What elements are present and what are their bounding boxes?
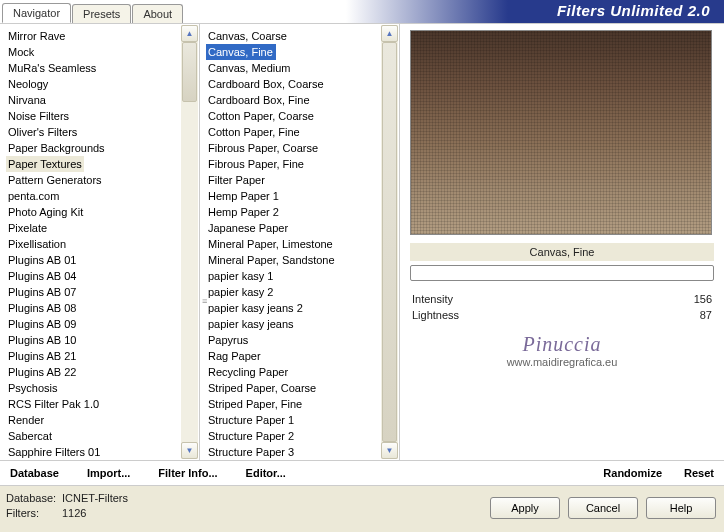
list-item[interactable]: Plugins AB 21 <box>6 348 199 364</box>
list-item[interactable]: Canvas, Medium <box>206 60 399 76</box>
db-value: ICNET-Filters <box>62 492 128 504</box>
filters-count-label: Filters: <box>6 506 62 521</box>
help-button[interactable]: Help <box>646 497 716 519</box>
database-button[interactable]: Database <box>10 467 59 479</box>
list-item[interactable]: Paper Textures <box>6 156 84 172</box>
list-item[interactable]: Structure Paper 1 <box>206 412 399 428</box>
list-item[interactable]: Plugins AB 04 <box>6 268 199 284</box>
footer-info: Database:ICNET-Filters Filters:1126 <box>6 491 128 521</box>
list-item[interactable]: Render <box>6 412 199 428</box>
list-item[interactable]: RCS Filter Pak 1.0 <box>6 396 199 412</box>
list-item[interactable]: Nirvana <box>6 92 199 108</box>
scroll-thumb[interactable] <box>382 42 397 442</box>
list-item[interactable]: penta.com <box>6 188 199 204</box>
list-item[interactable]: Recycling Paper <box>206 364 399 380</box>
list-item[interactable]: papier kasy jeans <box>206 316 399 332</box>
list-item[interactable]: Noise Filters <box>6 108 199 124</box>
param-lightness-label: Lightness <box>412 309 459 321</box>
list-item[interactable]: Fibrous Paper, Coarse <box>206 140 399 156</box>
scroll-down-icon[interactable]: ▼ <box>381 442 398 459</box>
list-item[interactable]: Pixelate <box>6 220 199 236</box>
param-lightness-value: 87 <box>700 309 712 321</box>
list-item[interactable]: Sapphire Filters 01 <box>6 444 199 460</box>
list-item[interactable]: Pixellisation <box>6 236 199 252</box>
list-item[interactable]: papier kasy 1 <box>206 268 399 284</box>
filter-list[interactable]: Canvas, CoarseCanvas, FineCanvas, Medium… <box>200 24 399 460</box>
watermark-url: www.maidiregrafica.eu <box>410 356 714 368</box>
progress-bar <box>410 265 714 281</box>
list-item[interactable]: Structure Paper 3 <box>206 444 399 460</box>
filter-info-button[interactable]: Filter Info... <box>158 467 217 479</box>
list-item[interactable]: Mineral Paper, Limestone <box>206 236 399 252</box>
list-item[interactable]: Hemp Paper 1 <box>206 188 399 204</box>
list-item[interactable]: Papyrus <box>206 332 399 348</box>
list-item[interactable]: Cardboard Box, Fine <box>206 92 399 108</box>
tab-bar: Navigator Presets About <box>0 0 184 23</box>
randomize-button[interactable]: Randomize <box>603 467 662 479</box>
category-list[interactable]: Mirror RaveMockMuRa's SeamlessNeologyNir… <box>0 24 199 460</box>
filter-scrollbar[interactable]: ▲ ▼ <box>381 25 398 459</box>
list-item[interactable]: Filter Paper <box>206 172 399 188</box>
list-item[interactable]: Neology <box>6 76 199 92</box>
list-item[interactable]: Mineral Paper, Sandstone <box>206 252 399 268</box>
tab-navigator[interactable]: Navigator <box>2 3 71 23</box>
list-item[interactable]: Plugins AB 09 <box>6 316 199 332</box>
preview-canvas <box>410 30 712 235</box>
list-item[interactable]: Paper Backgrounds <box>6 140 199 156</box>
list-item[interactable]: Psychosis <box>6 380 199 396</box>
list-item[interactable]: Cotton Paper, Fine <box>206 124 399 140</box>
scroll-up-icon[interactable]: ▲ <box>181 25 198 42</box>
editor-button[interactable]: Editor... <box>246 467 286 479</box>
filters-count-value: 1126 <box>62 507 86 519</box>
list-item[interactable]: Photo Aging Kit <box>6 204 199 220</box>
scroll-down-icon[interactable]: ▼ <box>181 442 198 459</box>
list-item[interactable]: Plugins AB 10 <box>6 332 199 348</box>
scroll-up-icon[interactable]: ▲ <box>381 25 398 42</box>
list-item[interactable]: Cotton Paper, Coarse <box>206 108 399 124</box>
list-item[interactable]: Canvas, Coarse <box>206 28 399 44</box>
watermark: Pinuccia www.maidiregrafica.eu <box>410 333 714 368</box>
param-intensity-label: Intensity <box>412 293 453 305</box>
tab-about[interactable]: About <box>132 4 183 23</box>
list-item[interactable]: Structure Paper 2 <box>206 428 399 444</box>
watermark-name: Pinuccia <box>410 333 714 356</box>
drag-marker-icon: ≡ <box>202 300 207 303</box>
import-button[interactable]: Import... <box>87 467 130 479</box>
list-item[interactable]: Pattern Generators <box>6 172 199 188</box>
db-label: Database: <box>6 491 62 506</box>
cancel-button[interactable]: Cancel <box>568 497 638 519</box>
list-item[interactable]: MuRa's Seamless <box>6 60 199 76</box>
list-item[interactable]: Mock <box>6 44 199 60</box>
list-item[interactable]: Oliver's Filters <box>6 124 199 140</box>
list-item[interactable]: Mirror Rave <box>6 28 199 44</box>
list-item[interactable]: Japanese Paper <box>206 220 399 236</box>
list-item[interactable]: Fibrous Paper, Fine <box>206 156 399 172</box>
list-item[interactable]: Plugins AB 08 <box>6 300 199 316</box>
list-item[interactable]: Canvas, Fine <box>206 44 276 60</box>
list-item[interactable]: Striped Paper, Coarse <box>206 380 399 396</box>
list-item[interactable]: Plugins AB 07 <box>6 284 199 300</box>
list-item[interactable]: Rag Paper <box>206 348 399 364</box>
app-title: Filters Unlimited 2.0 <box>184 0 724 23</box>
tab-presets[interactable]: Presets <box>72 4 131 23</box>
list-item[interactable]: Hemp Paper 2 <box>206 204 399 220</box>
list-item[interactable]: Plugins AB 01 <box>6 252 199 268</box>
list-item[interactable]: Sabercat <box>6 428 199 444</box>
reset-button[interactable]: Reset <box>684 467 714 479</box>
apply-button[interactable]: Apply <box>490 497 560 519</box>
selected-filter-label: Canvas, Fine <box>410 243 714 261</box>
list-item[interactable]: Striped Paper, Fine <box>206 396 399 412</box>
list-item[interactable]: Plugins AB 22 <box>6 364 199 380</box>
category-scrollbar[interactable]: ▲ ▼ <box>181 25 198 459</box>
list-item[interactable]: papier kasy 2 <box>206 284 399 300</box>
list-item[interactable]: Cardboard Box, Coarse <box>206 76 399 92</box>
scroll-thumb[interactable] <box>182 42 197 102</box>
param-intensity-value: 156 <box>694 293 712 305</box>
list-item[interactable]: papier kasy jeans 2 <box>206 300 399 316</box>
